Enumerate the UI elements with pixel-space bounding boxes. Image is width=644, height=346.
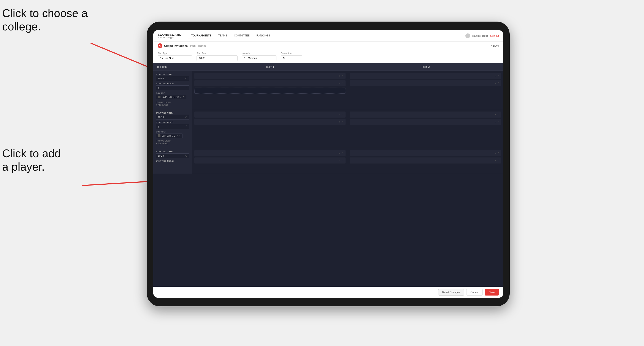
back-button[interactable]: < Back (491, 44, 499, 47)
group-starting-time-field-3: STARTING TIME: 10:20 ⏱ (156, 151, 190, 158)
starting-hole-input-2[interactable]: 1 ⌃ (156, 124, 190, 129)
intervals-select[interactable]: 10 Minutes (242, 55, 276, 61)
chevron-icon-2: ⌃ (186, 125, 188, 128)
slot6-chevron-1: ⌃ (497, 152, 499, 155)
col-tee-time: Tee Time (153, 63, 192, 71)
slot5-chevron-2: ⌃ (342, 159, 344, 162)
player-slot-4-2[interactable]: × ⌃ (350, 119, 501, 125)
group-row-2: STARTING TIME: 10:10 ⏱ STARTING HOLE: 1 … (153, 109, 503, 148)
slot3-chevron-1: ⌃ (342, 113, 344, 116)
slot-x-icon-1-2[interactable]: × (339, 82, 340, 85)
tournament-logo: C (158, 43, 162, 48)
slot4-x-icon-2[interactable]: × (495, 121, 496, 123)
slot6-x-icon-2[interactable]: × (495, 159, 496, 162)
remove-group-link-1[interactable]: Remove Group (156, 101, 190, 103)
slot3-x-icon-2[interactable]: × (339, 121, 340, 123)
starting-time-label-2: STARTING TIME: (156, 112, 190, 114)
nav-link-committee[interactable]: COMMITTEE (231, 33, 253, 38)
group-starting-hole-field-1: STARTING HOLE: 1 ⌃ (156, 83, 190, 90)
starting-hole-input-1[interactable]: 1 ⌃ (156, 85, 190, 90)
remove-course-x-1[interactable]: × (180, 96, 182, 98)
start-time-input[interactable] (196, 55, 238, 61)
slot5-x-icon-1[interactable]: × (339, 152, 340, 155)
clock-icon-1: ⏱ (185, 77, 188, 80)
course-label-1: COURSE: (156, 92, 190, 94)
nav-links: TOURNAMENTS TEAMS COMMITTEE RANKINGS (188, 33, 466, 38)
reset-changes-button[interactable]: Reset Changes (438, 289, 464, 296)
slot-x-icon-1-1[interactable]: × (339, 75, 340, 77)
nav-right: blair@clippd.io Sign out (466, 33, 499, 38)
starting-hole-label-3: STARTING HOLE: (156, 160, 190, 162)
start-time-group: Start Time (196, 52, 238, 61)
player-slot-5-1[interactable]: × ⌃ (194, 150, 346, 156)
starting-time-input-1[interactable]: 10:00 ⏱ (156, 76, 190, 81)
slot6-x-icon-1[interactable]: × (495, 152, 496, 155)
starting-hole-label-2: STARTING HOLE: (156, 121, 190, 123)
player-slot-6-1[interactable]: × ⌃ (350, 150, 501, 156)
player-slot-4-1[interactable]: × ⌃ (350, 112, 501, 118)
remove-group-link-2[interactable]: Remove Group (156, 140, 190, 142)
player-slot-1-3[interactable] (194, 88, 346, 94)
group-team2-3: × ⌃ × ⌃ (348, 148, 503, 174)
player-slot-2-1[interactable]: × ⌃ (350, 73, 501, 79)
group-starting-time-field-2: STARTING TIME: 10:10 ⏱ (156, 112, 190, 120)
player-slot-3-2[interactable]: × ⌃ (194, 119, 346, 125)
slot3-x-icon-1[interactable]: × (339, 113, 340, 116)
main-content: Tee Time Team 1 Team 2 STARTING TIME: 10… (153, 63, 503, 287)
slot4-x-icon-1[interactable]: × (495, 113, 496, 116)
add-group-link-1[interactable]: + Add Group (156, 104, 190, 106)
clock-icon-3: ⏱ (185, 155, 188, 157)
slot4-chevron-2: ⌃ (497, 121, 499, 123)
add-group-link-2[interactable]: + Add Group (156, 142, 190, 145)
hosting-label: Hosting (198, 44, 206, 47)
cancel-button[interactable]: Cancel (466, 289, 482, 296)
tournament-info: C Clippd Invitational (Men) Hosting (158, 43, 206, 48)
annotation-choose-college: Click to choose a college. (2, 6, 88, 33)
player-slot-6-2[interactable]: × ⌃ (350, 158, 501, 164)
brand-sub: Powered by clippd (158, 36, 182, 39)
player-slot-1-2[interactable]: × ⌃ (194, 80, 346, 86)
group-actions-2: Remove Group + Add Group (156, 140, 190, 145)
player-slot-5-2[interactable]: × ⌃ (194, 158, 346, 164)
sign-out-link[interactable]: Sign out (490, 34, 499, 37)
remove-course-x-2[interactable]: × (176, 135, 178, 137)
start-type-select[interactable]: 1st Tee Start (158, 55, 192, 61)
starting-time-label-3: STARTING TIME: (156, 151, 190, 153)
player-slot-2-2[interactable]: × ⌃ (350, 80, 501, 86)
starting-time-label-1: STARTING TIME: (156, 73, 190, 75)
nav-link-tournaments[interactable]: TOURNAMENTS (188, 33, 214, 38)
course-tag-2[interactable]: East Lake GC × ⌃ (156, 134, 183, 138)
intervals-group: Intervals 10 Minutes (242, 52, 276, 61)
slot3-chevron-2: ⌃ (342, 121, 344, 123)
group-size-select[interactable]: 3 (281, 55, 302, 61)
group-team2-1: × ⌃ × ⌃ (348, 71, 503, 109)
intervals-label: Intervals (242, 52, 276, 55)
starting-hole-label-1: STARTING HOLE: (156, 83, 190, 85)
course-chevron-2: ⌃ (179, 135, 181, 137)
clock-icon-2: ⏱ (185, 116, 188, 118)
player-slot-1-1[interactable]: × ⌃ (194, 73, 346, 79)
player-slot-3-1[interactable]: × ⌃ (194, 112, 346, 118)
group-row-3: STARTING TIME: 10:20 ⏱ STARTING HOLE: × … (153, 148, 503, 174)
nav-link-rankings[interactable]: RANKINGS (254, 33, 273, 38)
group-size-group: Group Size 3 (281, 52, 302, 61)
tablet-frame: SCOREBOARD Powered by clippd TOURNAMENTS… (147, 21, 510, 306)
user-avatar (466, 33, 470, 38)
group-team1-3: × ⌃ × ⌃ (192, 148, 348, 174)
starting-time-input-3[interactable]: 10:20 ⏱ (156, 153, 190, 158)
chevron-icon-1: ⌃ (186, 86, 188, 89)
nav-link-teams[interactable]: TEAMS (215, 33, 230, 38)
group-course-field-2: COURSE: East Lake GC × ⌃ (156, 131, 190, 138)
group-row-1: STARTING TIME: 10:00 ⏱ STARTING HOLE: 1 … (153, 71, 503, 109)
slot5-chevron-1: ⌃ (342, 152, 344, 155)
col-team1: Team 1 (192, 63, 348, 71)
annotation-text-2: Click to add a player. (2, 147, 61, 173)
starting-time-input-2[interactable]: 10:10 ⏱ (156, 115, 190, 120)
slot2-x-icon-1-1[interactable]: × (495, 75, 496, 77)
slot2-x-icon-1-2[interactable]: × (495, 82, 496, 85)
course-tag-1[interactable]: (A) Peachtree GC × ⌃ (156, 95, 186, 99)
slot6-chevron-2: ⌃ (497, 159, 499, 162)
save-button[interactable]: Save (485, 289, 499, 296)
slot5-x-icon-2[interactable]: × (339, 159, 340, 162)
sub-header: C Clippd Invitational (Men) Hosting < Ba… (153, 41, 503, 50)
